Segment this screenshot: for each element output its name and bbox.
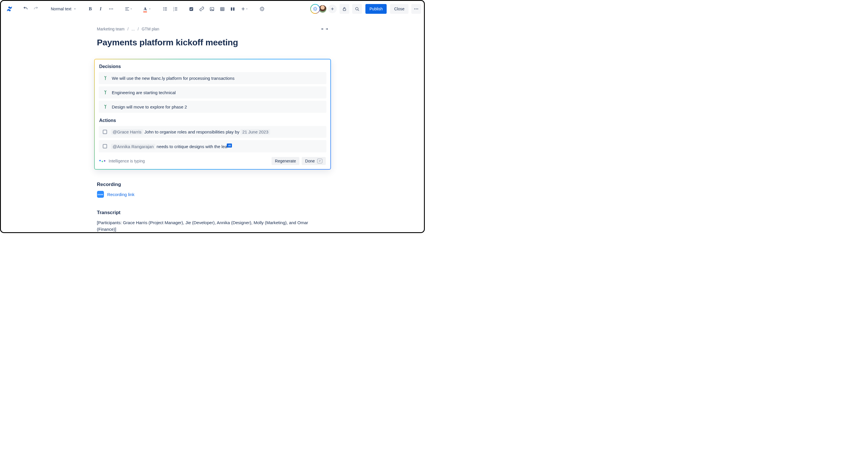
svg-point-0 (109, 9, 110, 9)
search-button[interactable] (352, 4, 362, 14)
more-actions-button[interactable] (411, 4, 421, 14)
presence-avatars (310, 4, 337, 14)
confluence-logo-icon[interactable] (5, 4, 14, 13)
bold-button[interactable]: B (86, 4, 95, 13)
restrictions-button[interactable] (340, 4, 349, 14)
done-button[interactable]: Done (302, 157, 326, 165)
svg-point-1 (111, 9, 112, 9)
action-item: @Grace Harris John to organise roles and… (99, 126, 327, 138)
svg-point-5 (163, 10, 164, 10)
breadcrumb-root[interactable]: Marketing team (97, 27, 125, 31)
ai-avatar-icon (310, 4, 320, 14)
breadcrumb-leaf[interactable]: GTM plan (142, 27, 159, 31)
redo-button[interactable] (31, 4, 40, 13)
more-formatting-button[interactable] (106, 4, 116, 13)
ai-suggestion-panel: Decisions We will use the new Banc.ly pl… (94, 59, 331, 170)
transcript-heading: Transcript (97, 210, 328, 216)
regenerate-button[interactable]: Regenerate (272, 157, 299, 165)
svg-rect-12 (220, 7, 224, 10)
user-mention[interactable]: @Annika Rangarajan (111, 144, 156, 149)
decision-item: Engineering are starting technical (99, 86, 327, 98)
publish-button[interactable]: Publish (365, 4, 386, 14)
transcript-body: [Participants: Grace Harris (Project Man… (97, 220, 328, 232)
svg-point-11 (211, 8, 212, 9)
breadcrumb-mid[interactable]: ... (131, 27, 135, 31)
checkbox[interactable] (103, 144, 107, 148)
ai-sparkle-button[interactable] (257, 4, 267, 13)
chevron-down-icon (245, 7, 248, 10)
svg-point-2 (112, 9, 113, 9)
svg-point-17 (414, 9, 415, 9)
page-width-toggle[interactable] (321, 27, 328, 31)
action-item-button[interactable] (187, 4, 196, 13)
decision-item: Design will move to explore for phase 2 (99, 101, 327, 113)
svg-point-4 (163, 9, 164, 9)
chevron-down-icon (73, 7, 76, 11)
svg-rect-15 (343, 9, 346, 11)
invite-button[interactable] (328, 5, 337, 13)
enter-key-icon (317, 159, 322, 163)
close-button[interactable]: Close (390, 4, 408, 14)
text-style-label: Normal text (51, 7, 71, 11)
decision-icon (103, 90, 108, 95)
recording-heading: Recording (97, 182, 328, 187)
date-chip[interactable]: 21 June 2023 (241, 129, 270, 135)
alignment-dropdown[interactable] (123, 4, 135, 13)
checkbox[interactable] (103, 130, 107, 134)
svg-text:3: 3 (173, 10, 174, 11)
insert-dropdown[interactable] (239, 4, 251, 13)
actions-heading: Actions (99, 118, 327, 123)
layouts-button[interactable] (228, 4, 237, 13)
user-mention[interactable]: @Grace Harris (111, 129, 143, 135)
image-button[interactable] (208, 4, 217, 13)
link-button[interactable] (197, 4, 206, 13)
editor-toolbar: Normal text B I A 123 (1, 1, 424, 17)
italic-button[interactable]: I (96, 4, 105, 13)
numbered-list-button[interactable]: 123 (171, 4, 180, 13)
table-button[interactable] (218, 4, 227, 13)
zoom-badge-icon: zoom (97, 191, 104, 198)
text-color-dropdown[interactable]: A (142, 4, 154, 13)
svg-point-3 (163, 7, 164, 8)
text-style-dropdown[interactable]: Normal text (48, 4, 79, 13)
decision-item: We will use the new Banc.ly platform for… (99, 72, 327, 84)
bullet-list-button[interactable] (160, 4, 169, 13)
chevron-down-icon (148, 7, 151, 10)
svg-point-16 (355, 7, 358, 10)
decisions-heading: Decisions (99, 64, 327, 69)
breadcrumb: Marketing team / ... / GTM plan (97, 27, 159, 31)
ai-typing-status: Intelligence is typing (99, 159, 145, 163)
decision-icon (103, 104, 108, 109)
chevron-down-icon (130, 7, 133, 10)
svg-point-19 (417, 9, 418, 9)
loading-dots-icon (99, 160, 105, 162)
undo-button[interactable] (21, 4, 30, 13)
recording-link[interactable]: Recording link (107, 192, 135, 197)
svg-point-18 (416, 9, 417, 9)
decision-icon (103, 75, 108, 81)
svg-rect-14 (233, 7, 235, 10)
page-title[interactable]: Payments platform kickoff meeting (97, 38, 328, 48)
ai-cursor-badge: AI (227, 144, 232, 148)
action-item: @Annika Rangarajan needs to critique des… (99, 140, 327, 152)
svg-rect-13 (231, 7, 232, 10)
